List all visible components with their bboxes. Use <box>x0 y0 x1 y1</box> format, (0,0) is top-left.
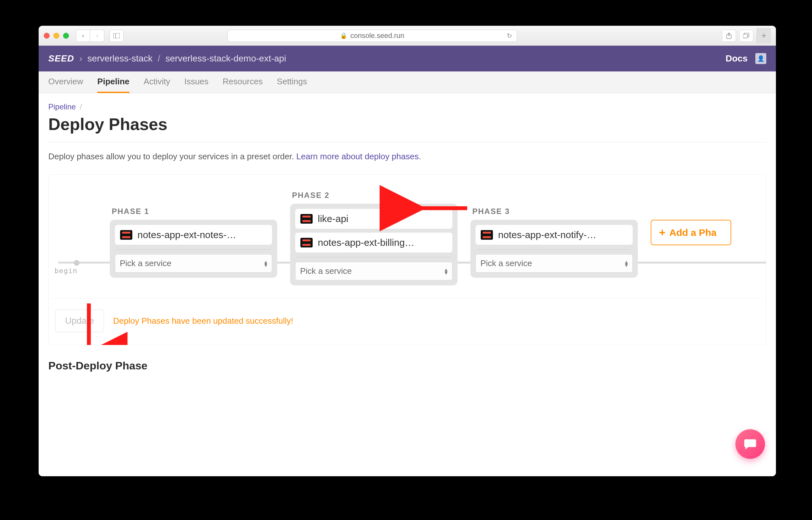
update-button[interactable]: Update <box>55 310 104 332</box>
divider <box>297 257 451 257</box>
chevron-updown-icon: ▴▾ <box>264 260 267 267</box>
phase-board: begin PHASE 1 notes-app-ext-notes-… <box>48 175 766 345</box>
add-phase-button[interactable]: + Add a Pha <box>651 220 731 245</box>
service-picker[interactable]: Pick a service ▴▾ <box>115 254 272 272</box>
service-icon <box>120 230 132 240</box>
chevron-updown-icon: ▴▾ <box>445 268 448 275</box>
nav-buttons: ‹ › <box>76 30 104 42</box>
service-picker[interactable]: Pick a service ▴▾ <box>476 254 633 272</box>
page-title: Deploy Phases <box>48 114 766 134</box>
service-picker[interactable]: Pick a service ▴▾ <box>295 262 452 280</box>
new-tab-button[interactable]: + <box>757 28 771 44</box>
phase-column: PHASE 2 like-api notes-app-ext-billing… <box>290 191 458 285</box>
tab-resources[interactable]: Resources <box>223 72 263 93</box>
tab-activity[interactable]: Activity <box>144 72 170 93</box>
address-bar[interactable]: 🔒 console.seed.run ↻ <box>227 30 517 42</box>
phase-box: notes-app-ext-notify-… Pick a service ▴▾ <box>471 220 638 278</box>
tabs-button[interactable] <box>739 30 754 42</box>
close-window-icon[interactable] <box>44 33 50 38</box>
app-header: SEED › serverless-stack / serverless-sta… <box>39 46 776 72</box>
learn-more-link[interactable]: Learn more about deploy phases <box>296 152 418 161</box>
divider <box>477 250 631 250</box>
service-icon <box>300 238 313 248</box>
phase-label: PHASE 3 <box>472 207 638 216</box>
chevron-updown-icon: ▴▾ <box>625 260 628 267</box>
nav-tabs: Overview Pipeline Activity Issues Resour… <box>39 72 776 93</box>
breadcrumb-org[interactable]: serverless-stack <box>87 53 153 64</box>
board-footer: Update Deploy Phases have been updated s… <box>52 298 763 332</box>
browser-window: ‹ › 🔒 console.seed.run ↻ + <box>39 26 776 476</box>
url-text: console.seed.run <box>350 31 404 40</box>
service-chip[interactable]: like-api <box>295 209 452 229</box>
post-deploy-heading: Post-Deploy Phase <box>48 359 766 372</box>
service-icon <box>481 230 493 240</box>
avatar[interactable]: 👤 <box>755 53 766 64</box>
phase-label: PHASE 1 <box>112 207 277 216</box>
seed-logo[interactable]: SEED <box>48 53 74 64</box>
window-controls <box>44 33 69 38</box>
divider <box>116 250 271 250</box>
phase-box: like-api notes-app-ext-billing… Pick a s… <box>290 204 458 285</box>
sidebar-toggle-button[interactable] <box>109 30 124 42</box>
tab-pipeline[interactable]: Pipeline <box>97 72 129 93</box>
service-chip[interactable]: notes-app-ext-notify-… <box>476 225 633 245</box>
breadcrumb-app[interactable]: serverless-stack-demo-ext-api <box>166 53 286 64</box>
share-button[interactable] <box>722 30 736 42</box>
tab-settings[interactable]: Settings <box>277 72 307 93</box>
phase-column: PHASE 1 notes-app-ext-notes-… Pick a ser… <box>110 207 277 278</box>
browser-titlebar: ‹ › 🔒 console.seed.run ↻ + <box>39 26 776 46</box>
breadcrumb-root[interactable]: Pipeline <box>48 102 76 111</box>
tab-issues[interactable]: Issues <box>184 72 208 93</box>
docs-link[interactable]: Docs <box>726 53 747 64</box>
phase-box: notes-app-ext-notes-… Pick a service ▴▾ <box>110 220 277 278</box>
phase-column: PHASE 3 notes-app-ext-notify-… Pick a se… <box>471 207 638 278</box>
success-message: Deploy Phases have been updated successf… <box>113 316 293 326</box>
reload-icon[interactable]: ↻ <box>507 32 512 40</box>
forward-button[interactable]: › <box>90 30 104 42</box>
divider <box>48 142 766 142</box>
phase-label: PHASE 2 <box>292 191 458 200</box>
main-content: Pipeline / Deploy Phases Deploy phases a… <box>39 93 776 476</box>
breadcrumb: Pipeline / <box>48 102 766 111</box>
minimize-window-icon[interactable] <box>53 33 59 38</box>
plus-icon: + <box>659 226 665 239</box>
breadcrumb-sep: / <box>158 53 160 64</box>
chat-icon <box>743 437 757 451</box>
service-chip[interactable]: notes-app-ext-notes-… <box>115 225 272 245</box>
tab-overview[interactable]: Overview <box>48 72 83 93</box>
back-button[interactable]: ‹ <box>76 30 90 42</box>
lock-icon: 🔒 <box>340 32 347 39</box>
page-description: Deploy phases allow you to deploy your s… <box>48 152 766 161</box>
breadcrumb-sep: › <box>79 53 82 64</box>
svg-rect-4 <box>743 34 747 38</box>
svg-rect-0 <box>113 33 120 38</box>
service-icon <box>300 214 313 224</box>
chat-button[interactable] <box>735 429 765 459</box>
maximize-window-icon[interactable] <box>63 33 69 38</box>
service-chip[interactable]: notes-app-ext-billing… <box>295 233 452 253</box>
